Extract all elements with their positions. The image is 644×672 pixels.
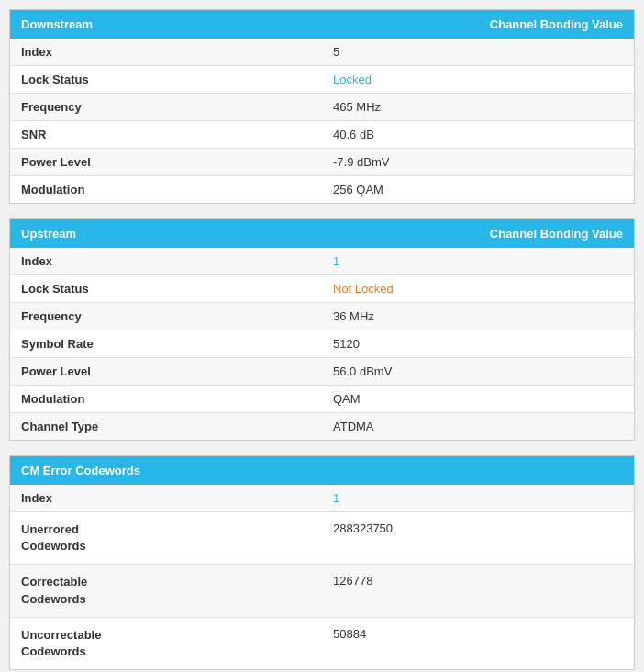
cell-value: 50884 — [322, 618, 634, 669]
cell-value: 5 — [322, 39, 634, 65]
cell-value: 126778 — [322, 565, 634, 616]
table-row: Lock StatusLocked — [10, 66, 634, 94]
cell-value: Not Locked — [322, 275, 634, 302]
cell-label: Index — [10, 248, 322, 274]
cell-label: Power Level — [10, 358, 322, 385]
downstream-header: Downstream Channel Bonding Value — [10, 10, 634, 39]
codewords-header: CM Error Codewords — [10, 456, 634, 485]
cell-value: 36 MHz — [322, 303, 634, 330]
table-row: Symbol Rate5120 — [10, 330, 634, 358]
upstream-section: Upstream Channel Bonding Value Index1Loc… — [9, 218, 635, 441]
cell-value: 40.6 dB — [322, 121, 634, 148]
table-row: Index1 — [10, 248, 634, 275]
cell-value: 5120 — [322, 330, 634, 357]
cell-label: Frequency — [10, 94, 322, 120]
cell-value: ATDMA — [322, 413, 634, 440]
table-row: Index1 — [10, 485, 634, 512]
table-row: Frequency36 MHz — [10, 303, 634, 330]
downstream-table: Index5Lock StatusLockedFrequency465 MHzS… — [10, 39, 634, 203]
cell-label: Index — [10, 485, 322, 511]
upstream-title: Upstream — [21, 227, 76, 241]
cell-label: Power Level — [10, 149, 322, 175]
table-row: Power Level-7.9 dBmV — [10, 149, 634, 176]
cell-label: Lock Status — [10, 275, 322, 302]
cell-label: Lock Status — [10, 66, 322, 93]
cell-label: Symbol Rate — [10, 330, 322, 357]
cell-value: Locked — [322, 66, 634, 93]
cell-value: -7.9 dBmV — [322, 149, 634, 175]
cell-label: Modulation — [10, 176, 322, 203]
codewords-title: CM Error Codewords — [21, 464, 140, 477]
codewords-section: CM Error Codewords Index1UnerroredCodewo… — [9, 455, 635, 670]
cell-value: 288323750 — [322, 512, 634, 564]
table-row: Frequency465 MHz — [10, 94, 634, 121]
table-row: ModulationQAM — [10, 386, 634, 413]
cell-value: 56.0 dBmV — [322, 358, 634, 385]
table-row: CorrectableCodewords126778 — [10, 565, 634, 617]
table-row: Modulation256 QAM — [10, 176, 634, 203]
table-row: UncorrectableCodewords50884 — [10, 618, 634, 669]
upstream-col-label: Channel Bonding Value — [490, 227, 623, 241]
cell-label: UnerroredCodewords — [10, 512, 322, 564]
downstream-title: Downstream — [21, 17, 93, 31]
table-row: Index5 — [10, 39, 634, 66]
downstream-section: Downstream Channel Bonding Value Index5L… — [9, 9, 635, 204]
cell-value: 1 — [322, 248, 634, 274]
upstream-table: Index1Lock StatusNot LockedFrequency36 M… — [10, 248, 634, 440]
cell-label: Modulation — [10, 386, 322, 412]
cell-label: UncorrectableCodewords — [10, 618, 322, 669]
cell-value: 256 QAM — [322, 176, 634, 203]
cell-value: QAM — [322, 386, 634, 412]
codewords-table: Index1UnerroredCodewords288323750Correct… — [10, 485, 634, 669]
table-row: Channel TypeATDMA — [10, 413, 634, 440]
table-row: Lock StatusNot Locked — [10, 275, 634, 303]
cell-label: Index — [10, 39, 322, 65]
cell-value: 465 MHz — [322, 94, 634, 120]
upstream-header: Upstream Channel Bonding Value — [10, 219, 634, 248]
cell-label: SNR — [10, 121, 322, 148]
table-row: UnerroredCodewords288323750 — [10, 512, 634, 565]
cell-label: CorrectableCodewords — [10, 565, 322, 616]
cell-label: Frequency — [10, 303, 322, 330]
downstream-col-label: Channel Bonding Value — [490, 17, 623, 31]
cell-value: 1 — [322, 485, 634, 511]
table-row: SNR40.6 dB — [10, 121, 634, 149]
table-row: Power Level56.0 dBmV — [10, 358, 634, 386]
cell-label: Channel Type — [10, 413, 322, 440]
